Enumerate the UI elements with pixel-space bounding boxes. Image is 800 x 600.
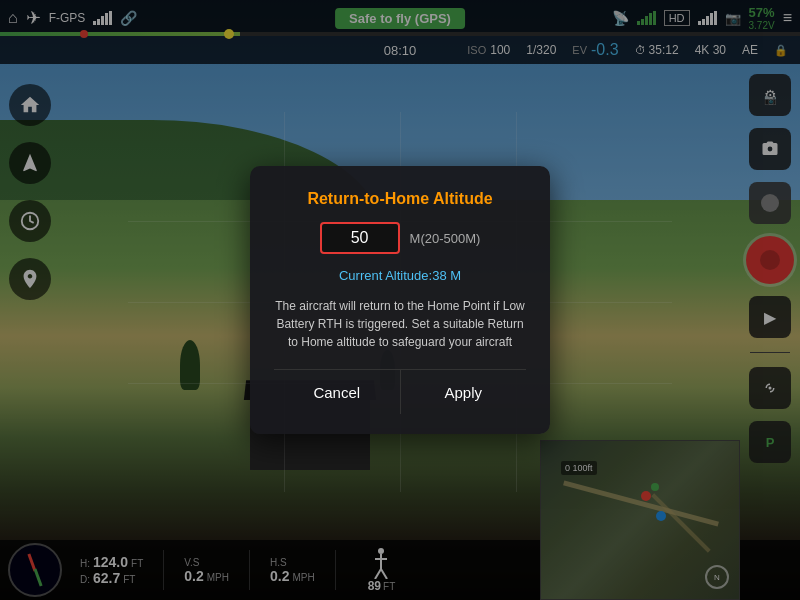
altitude-input[interactable]	[320, 222, 400, 254]
current-altitude-label: Current Altitude:38 M	[339, 268, 461, 283]
dialog-overlay: Return-to-Home Altitude M(20-500M) Curre…	[0, 0, 800, 600]
dialog-button-row: Cancel Apply	[274, 369, 526, 414]
cancel-button[interactable]: Cancel	[274, 370, 401, 414]
altitude-input-row: M(20-500M)	[320, 222, 481, 254]
apply-button[interactable]: Apply	[401, 370, 527, 414]
altitude-range: M(20-500M)	[410, 231, 481, 246]
dialog-description: The aircraft will return to the Home Poi…	[274, 297, 526, 351]
dialog-title: Return-to-Home Altitude	[307, 190, 492, 208]
rth-altitude-dialog: Return-to-Home Altitude M(20-500M) Curre…	[250, 166, 550, 434]
